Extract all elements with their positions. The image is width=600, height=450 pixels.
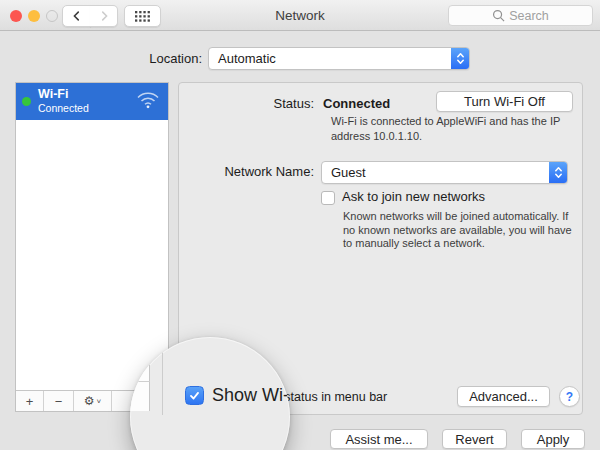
plus-icon: +	[26, 394, 34, 409]
network-name-label: Network Name:	[179, 164, 314, 180]
ask-to-join-label: Ask to join new networks	[342, 189, 485, 205]
interfaces-sidebar: Wi-Fi Connected + − ⚙˅	[15, 82, 169, 412]
chevron-down-icon: ˅	[97, 397, 102, 406]
apply-button[interactable]: Apply	[521, 429, 585, 449]
show-wifi-label-magnified: Show Wi-Fi	[212, 384, 290, 406]
gear-icon: ⚙	[84, 394, 95, 408]
add-interface-button[interactable]: +	[16, 391, 44, 411]
help-button[interactable]: ?	[559, 386, 580, 407]
advanced-button[interactable]: Advanced...	[457, 386, 550, 407]
ask-to-join-checkbox[interactable]	[321, 191, 335, 205]
search-placeholder: Search	[509, 9, 549, 23]
actions-menu-button[interactable]: ⚙˅	[74, 391, 112, 411]
turn-wifi-off-button[interactable]: Turn Wi-Fi Off	[436, 91, 573, 112]
interface-status: Connected	[38, 102, 89, 114]
location-value: Automatic	[209, 51, 451, 66]
location-select[interactable]: Automatic	[208, 47, 470, 70]
remove-interface-button[interactable]: −	[44, 391, 74, 411]
status-description: Wi-Fi is connected to AppleWiFi and has …	[331, 114, 581, 144]
minus-icon: −	[55, 394, 63, 409]
revert-button[interactable]: Revert	[442, 429, 507, 449]
interface-name: Wi-Fi	[38, 87, 68, 101]
status-value: Connected	[323, 96, 390, 112]
show-wifi-menubar-checkbox-magnified[interactable]	[185, 386, 204, 405]
search-icon	[492, 9, 505, 22]
title-bar: Network Search	[0, 0, 600, 31]
popup-stepper-icon	[451, 48, 469, 69]
location-label: Location:	[0, 51, 202, 67]
popup-stepper-icon	[549, 162, 567, 183]
sidebar-item-wifi[interactable]: Wi-Fi Connected	[16, 83, 168, 120]
status-label: Status:	[179, 96, 314, 112]
ask-to-join-note: Known networks will be joined automatica…	[343, 210, 581, 251]
checkmark-icon	[188, 389, 201, 402]
wifi-icon	[135, 90, 161, 109]
assist-me-button[interactable]: Assist me...	[330, 429, 428, 449]
status-dot-green	[22, 97, 31, 106]
search-input[interactable]: Search	[448, 5, 593, 26]
network-name-select[interactable]: Guest	[321, 161, 568, 184]
network-name-value: Guest	[322, 165, 549, 180]
